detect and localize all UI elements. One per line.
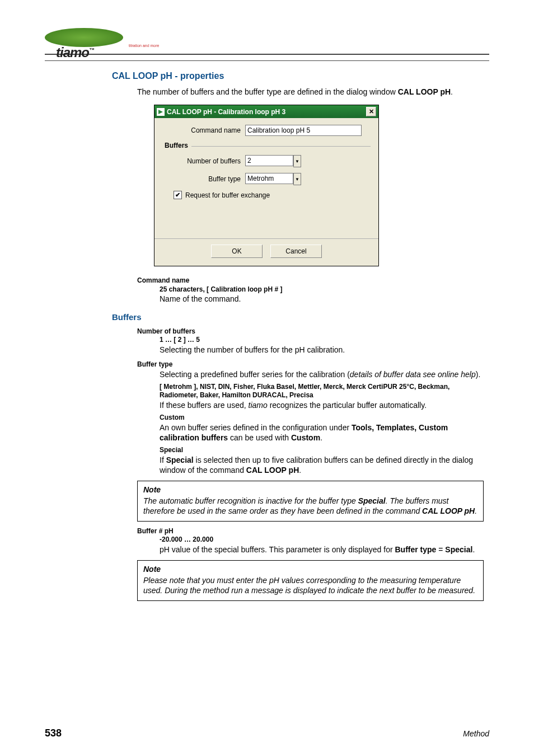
- dialog-separator: [154, 238, 378, 239]
- command-name-desc: Name of the command.: [160, 294, 484, 304]
- buffer-type-combo[interactable]: ▼: [245, 173, 301, 185]
- row-number-of-buffers: Number of buffers ▼: [162, 155, 371, 167]
- svg-marker-0: [158, 110, 163, 114]
- type-desc-post: ).: [476, 370, 481, 379]
- special-term: Special: [160, 446, 484, 455]
- logo-word: tiamo: [56, 45, 89, 60]
- note-box-2: Note Please note that you must enter the…: [137, 560, 484, 601]
- row-command-name: Command name: [162, 125, 371, 136]
- command-name-label: Command name: [162, 126, 245, 134]
- custom-term: Custom: [160, 414, 484, 422]
- type-list-desc-post: recognizes the particular buffer automat…: [268, 401, 427, 410]
- special-desc-pre: If: [160, 456, 166, 464]
- special-desc-b2: CAL LOOP pH: [246, 466, 299, 475]
- type-term: Buffer type: [137, 360, 484, 369]
- note1-b1: Special: [358, 496, 386, 505]
- note-box-1: Note The automatic buffer recognition is…: [137, 481, 484, 522]
- bufferph-desc: pH value of the special buffers. This pa…: [160, 544, 484, 555]
- bufferph-range: -20.000 … 20.000: [160, 536, 484, 544]
- request-buffer-exchange-label: Request for buffer exchange: [185, 191, 270, 199]
- num-term: Number of buffers: [137, 327, 484, 336]
- dialog-buttons: OK Cancel: [162, 245, 371, 258]
- subhead-buffers: Buffers: [112, 312, 489, 322]
- type-desc-pre: Selecting a predefined buffer series for…: [160, 370, 350, 379]
- type-desc: Selecting a predefined buffer series for…: [160, 369, 484, 379]
- type-list-desc-it: tiamo: [249, 401, 268, 410]
- intro-paragraph: The number of buffers and the buffer typ…: [137, 87, 484, 97]
- bufferph-desc-b2: Special: [445, 545, 472, 554]
- note-2-title: Note: [143, 564, 477, 574]
- logo-text: tiamo™: [56, 45, 94, 60]
- page: tiamo™ titration and more CAL LOOP pH - …: [0, 0, 534, 756]
- num-range: 1 … [ 2 ] … 5: [160, 336, 484, 345]
- intro-text: The number of buffers and the buffer typ…: [137, 87, 398, 96]
- logo-tm: ™: [89, 47, 94, 53]
- type-desc-italic: details of buffer data see online help: [350, 370, 476, 379]
- note-1-body: The automatic buffer recognition is inac…: [143, 496, 477, 516]
- bufferph-term: Buffer # pH: [137, 527, 484, 536]
- row-buffer-type: Buffer type ▼: [162, 173, 371, 185]
- command-name-input[interactable]: [245, 125, 362, 136]
- note-1-title: Note: [143, 485, 477, 495]
- custom-desc-post: .: [320, 433, 322, 442]
- dialog-title: CAL LOOP pH - Calibration loop pH 3: [157, 108, 285, 116]
- chevron-down-icon[interactable]: ▼: [293, 173, 301, 185]
- footer-right: Method: [463, 729, 489, 738]
- ok-button[interactable]: OK: [211, 245, 263, 258]
- def-buffer-ph: Buffer # pH -20.000 … 20.000 pH value of…: [137, 527, 484, 555]
- dialog-icon: [157, 108, 165, 116]
- custom-desc: An own buffer series defined in the conf…: [160, 422, 484, 443]
- intro-period: .: [451, 87, 453, 96]
- special-desc: If Special is selected then up to five c…: [160, 455, 484, 475]
- def-number-of-buffers: Number of buffers 1 … [ 2 ] … 5 Selectin…: [137, 327, 484, 355]
- buffer-type-input[interactable]: [245, 173, 293, 184]
- type-list: [ Metrohm ], NIST, DIN, Fisher, Fluka Ba…: [160, 383, 484, 400]
- section-title: CAL LOOP pH - properties: [112, 71, 489, 81]
- group-buffers-label: Buffers: [165, 142, 188, 149]
- bufferph-desc-eq: =: [436, 545, 445, 554]
- bufferph-desc-post: .: [472, 545, 475, 554]
- buffer-type-label: Buffer type: [162, 175, 245, 183]
- num-desc: Selecting the number of buffers for the …: [160, 345, 484, 355]
- request-buffer-exchange-checkbox[interactable]: ✔: [174, 191, 182, 199]
- type-list-desc-pre: If these buffers are used,: [160, 401, 249, 410]
- intro-bold: CAL LOOP pH: [398, 87, 451, 96]
- bufferph-desc-pre: pH value of the special buffers. This pa…: [160, 545, 395, 554]
- custom-desc-b2: Custom: [291, 433, 320, 442]
- group-buffers: Buffers: [165, 142, 371, 149]
- row-request-buffer-exchange: ✔ Request for buffer exchange: [174, 191, 371, 199]
- dialog-body: Command name Buffers Number of buffers ▼…: [154, 118, 378, 266]
- special-desc-b1: Special: [166, 456, 194, 464]
- note1-b2: CAL LOOP pH: [422, 506, 475, 515]
- number-of-buffers-label: Number of buffers: [162, 157, 245, 165]
- bufferph-desc-b1: Buffer type: [395, 545, 436, 554]
- dialog-cal-loop-ph: CAL LOOP pH - Calibration loop pH 3 ✕ Co…: [154, 105, 379, 266]
- number-of-buffers-input[interactable]: [245, 155, 293, 166]
- command-name-range: 25 characters, [ Calibration loop pH # ]: [160, 285, 484, 294]
- logo-tagline: titration and more: [129, 44, 159, 48]
- cancel-button[interactable]: Cancel: [270, 245, 322, 258]
- command-name-term: Command name: [137, 276, 484, 285]
- chevron-down-icon[interactable]: ▼: [293, 155, 301, 167]
- note-2-body: Please note that you must enter the pH v…: [143, 575, 477, 595]
- number-of-buffers-combo[interactable]: ▼: [245, 155, 301, 167]
- def-buffer-type: Buffer type Selecting a predefined buffe…: [137, 360, 484, 475]
- type-list-desc: If these buffers are used, tiamo recogni…: [160, 400, 484, 410]
- special-desc-post: .: [299, 466, 301, 475]
- custom-desc-pre: An own buffer series defined in the conf…: [160, 423, 352, 432]
- group-separator: [191, 146, 371, 147]
- custom-desc-mid: can be used with: [228, 433, 291, 442]
- note1-t3: .: [475, 506, 477, 515]
- special-desc-mid: is selected then up to five calibration …: [160, 456, 473, 475]
- logo-oval: [45, 28, 123, 47]
- dialog-titlebar: CAL LOOP pH - Calibration loop pH 3 ✕: [154, 105, 378, 118]
- dialog-title-text: CAL LOOP pH - Calibration loop pH 3: [167, 108, 285, 116]
- note1-t1: The automatic buffer recognition is inac…: [143, 496, 358, 505]
- def-command-name: Command name 25 characters, [ Calibratio…: [137, 276, 484, 304]
- logo: tiamo™ titration and more: [45, 28, 489, 50]
- page-number: 538: [45, 727, 62, 739]
- close-icon[interactable]: ✕: [366, 107, 376, 116]
- footer: 538 Method: [45, 727, 489, 739]
